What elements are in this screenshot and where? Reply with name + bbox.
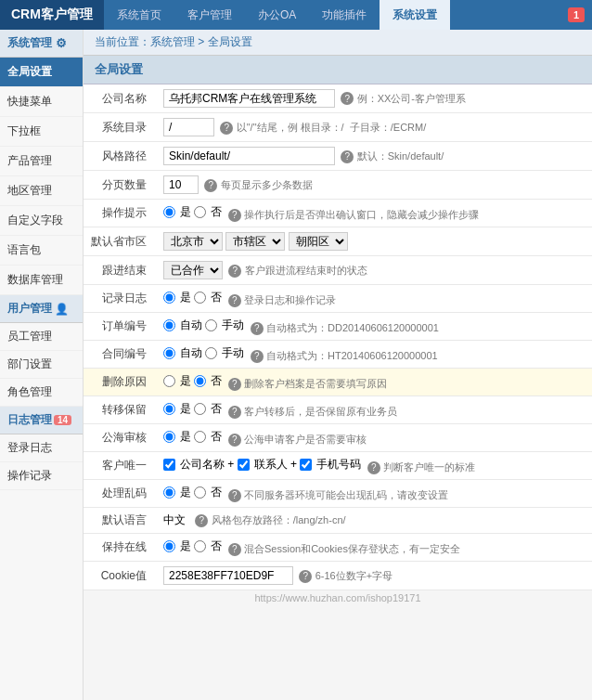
select-district[interactable]: 市辖区 — [225, 232, 285, 251]
help-delete-reason[interactable]: ? — [228, 378, 241, 391]
lang-value: 中文 — [163, 513, 186, 526]
sidebar-item-department[interactable]: 部门设置 — [0, 351, 83, 379]
help-log[interactable]: ? — [228, 294, 241, 307]
row-sea-audit: 公海审核 是 否 ? 公海申请客户是否需要审核 — [84, 424, 592, 452]
nav-plugin[interactable]: 功能插件 — [309, 0, 380, 30]
nav-oa[interactable]: 办公OA — [245, 0, 309, 30]
hint-company-name: 例：XX公司-客户管理系 — [357, 93, 466, 104]
sidebar-item-product[interactable]: 产品管理 — [0, 147, 83, 176]
input-page-count[interactable] — [163, 175, 199, 194]
help-follow-end[interactable]: ? — [228, 265, 241, 278]
sidebar-item-dropdown[interactable]: 下拉框 — [0, 117, 83, 147]
radio-contract-manual[interactable]: 手动 — [205, 345, 244, 361]
sidebar-log-header: 日志管理 14 — [0, 407, 83, 434]
watermark: https://www.huzhan.com/ishop19171 — [84, 590, 592, 605]
label-cookie: Cookie值 — [84, 562, 156, 590]
radio-delete-no[interactable]: 否 — [194, 373, 222, 389]
nav-settings[interactable]: 系统设置 — [380, 0, 450, 30]
sidebar-item-global[interactable]: 全局设置 — [0, 58, 83, 87]
hint-cookie: 6-16位数字+字母 — [315, 570, 393, 581]
sidebar-item-operation-log[interactable]: 操作记录 — [0, 462, 83, 490]
label-style-path: 风格路径 — [84, 142, 156, 171]
radio-order-manual[interactable]: 手动 — [205, 318, 244, 333]
sidebar-item-login-log[interactable]: 登录日志 — [0, 434, 83, 462]
help-order-no[interactable]: ? — [251, 322, 264, 335]
hint-customer-unique: 判断客户唯一的标准 — [383, 461, 475, 473]
control-cookie: ? 6-16位数字+字母 — [156, 562, 592, 590]
check-company-name[interactable]: 公司名称 + — [163, 457, 234, 473]
help-cookie[interactable]: ? — [299, 570, 312, 583]
radio-encoding-yes[interactable]: 是 — [163, 485, 191, 500]
input-cookie[interactable] — [163, 566, 293, 585]
sidebar-user-label: 用户管理 — [7, 301, 52, 317]
radio-transfer-yes[interactable]: 是 — [163, 401, 191, 417]
nav-items: 系统首页 客户管理 办公OA 功能插件 系统设置 — [104, 0, 450, 30]
radio-log-no[interactable]: 否 — [194, 290, 222, 305]
settings-table: 公司名称 ? 例：XX公司-客户管理系 系统目录 ? 以"/"结尾，例 根目录：… — [84, 84, 592, 590]
nav-home[interactable]: 系统首页 — [104, 0, 174, 30]
row-company-name: 公司名称 ? 例：XX公司-客户管理系 — [84, 84, 592, 113]
input-style-path[interactable] — [163, 147, 335, 165]
row-follow-end: 跟进结束 已合作 ? 客户跟进流程结束时的状态 — [84, 256, 592, 285]
help-keep-online[interactable]: ? — [228, 543, 241, 556]
row-op-hint: 操作提示 是 否 ? 操作执行后是否弹出确认窗口，隐藏会减少操作步骤 — [84, 200, 592, 227]
label-encoding: 处理乱码 — [84, 480, 156, 508]
breadcrumb: 当前位置：系统管理 > 全局设置 — [84, 30, 592, 56]
control-log: 是 否 ? 登录日志和操作记录 — [156, 285, 592, 313]
help-op-hint[interactable]: ? — [228, 209, 241, 222]
sidebar: 系统管理 ⚙ 全局设置 快捷菜单 下拉框 产品管理 地区管理 自定义字段 语言包… — [0, 30, 84, 700]
radio-delete-yes[interactable]: 是 — [163, 373, 191, 389]
select-county[interactable]: 朝阳区 — [289, 232, 348, 251]
select-follow-end[interactable]: 已合作 — [163, 261, 223, 279]
check-contact[interactable]: 联系人 + — [238, 457, 297, 473]
help-transfer[interactable]: ? — [228, 406, 241, 419]
help-customer-unique[interactable]: ? — [367, 461, 380, 474]
radio-order-auto[interactable]: 自动 — [163, 318, 202, 333]
help-sea-audit[interactable]: ? — [228, 434, 241, 447]
sidebar-item-custom-field[interactable]: 自定义字段 — [0, 206, 83, 236]
radio-transfer-no[interactable]: 否 — [194, 401, 222, 417]
radio-online-no[interactable]: 否 — [194, 538, 222, 554]
control-order-no: 自动 手动 ? 自动格式为：DD20140606120000001 — [156, 313, 592, 341]
row-keep-online: 保持在线 是 否 ? 混合Session和Cookies保存登状态，有一定安全 — [84, 534, 592, 562]
control-customer-unique: 公司名称 + 联系人 + 手机号码 ? 判断客户唯一的标准 — [156, 452, 592, 480]
sidebar-item-language[interactable]: 语言包 — [0, 236, 83, 266]
radio-encoding-no[interactable]: 否 — [194, 485, 222, 500]
row-contract-no: 合同编号 自动 手动 ? 自动格式为：HT20140606120000001 — [84, 341, 592, 369]
top-nav: CRM客户管理 系统首页 客户管理 办公OA 功能插件 系统设置 1 — [0, 0, 592, 30]
label-company-name: 公司名称 — [84, 84, 156, 113]
help-system-dir[interactable]: ? — [220, 122, 233, 135]
help-encoding[interactable]: ? — [228, 489, 241, 502]
hint-log: 登录日志和操作记录 — [244, 294, 336, 305]
sidebar-item-employee[interactable]: 员工管理 — [0, 323, 83, 351]
input-company-name[interactable] — [163, 89, 335, 108]
help-lang[interactable]: ? — [195, 514, 208, 527]
label-order-no: 订单编号 — [84, 313, 156, 341]
sidebar-item-shortcut[interactable]: 快捷菜单 — [0, 87, 83, 117]
label-sea-audit: 公海审核 — [84, 424, 156, 452]
label-default-city: 默认省市区 — [84, 227, 156, 256]
sidebar-item-role[interactable]: 角色管理 — [0, 379, 83, 407]
radio-online-yes[interactable]: 是 — [163, 538, 191, 554]
radio-sea-no[interactable]: 否 — [194, 429, 222, 445]
control-follow-end: 已合作 ? 客户跟进流程结束时的状态 — [156, 256, 592, 285]
input-system-dir[interactable] — [163, 118, 214, 136]
mail-badge[interactable]: 1 — [568, 7, 585, 22]
radio-op-hint-no[interactable]: 否 — [194, 204, 222, 220]
control-style-path: ? 默认：Skin/default/ — [156, 142, 592, 171]
radio-contract-auto[interactable]: 自动 — [163, 345, 202, 361]
hint-encoding: 不同服务器环境可能会出现乱码，请改变设置 — [244, 489, 448, 500]
check-phone[interactable]: 手机号码 — [300, 457, 361, 473]
nav-customer[interactable]: 客户管理 — [174, 0, 245, 30]
sidebar-item-region[interactable]: 地区管理 — [0, 176, 83, 206]
control-sea-audit: 是 否 ? 公海申请客户是否需要审核 — [156, 424, 592, 452]
help-contract-no[interactable]: ? — [251, 350, 264, 363]
radio-op-hint-yes[interactable]: 是 — [163, 204, 191, 220]
radio-log-yes[interactable]: 是 — [163, 290, 191, 305]
help-page-count[interactable]: ? — [204, 179, 217, 192]
sidebar-item-database[interactable]: 数据库管理 — [0, 266, 83, 295]
radio-sea-yes[interactable]: 是 — [163, 429, 191, 445]
help-style-path[interactable]: ? — [341, 150, 354, 163]
help-company-name[interactable]: ? — [341, 92, 354, 105]
select-province[interactable]: 北京市 — [163, 232, 223, 251]
